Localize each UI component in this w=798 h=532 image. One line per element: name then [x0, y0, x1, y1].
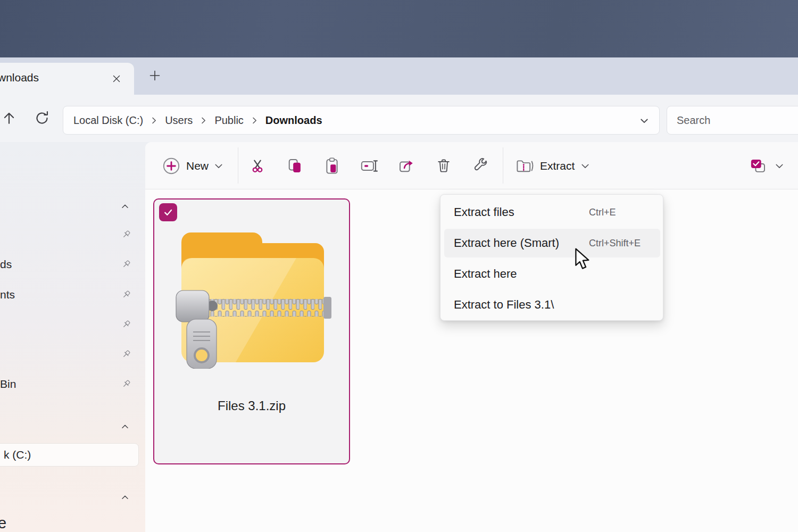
sidebar-item-local-disk[interactable]: k (C:) [0, 443, 139, 467]
menu-item-label: Extract files [454, 205, 514, 219]
rename-icon [360, 158, 378, 174]
chevron-up-icon [120, 494, 130, 501]
menu-item-extract-here-smart[interactable]: Extract here (Smart) Ctrl+Shift+E [444, 229, 660, 257]
menu-item-shortcut: Ctrl+Shift+E [589, 238, 641, 249]
sidebar-section-collapse-button[interactable] [119, 422, 131, 431]
share-icon [398, 158, 415, 174]
close-icon [112, 74, 121, 83]
tab-downloads[interactable]: wnloads [0, 63, 134, 95]
menu-item-label: Extract to Files 3.1\ [454, 298, 554, 312]
chevron-right-icon [201, 117, 206, 124]
breadcrumb-local-disk[interactable]: Local Disk (C:) [73, 114, 143, 127]
toolbar-separator [503, 147, 503, 184]
paste-button[interactable] [319, 153, 345, 179]
sidebar-item-label: k (C:) [4, 448, 31, 461]
toolbar: New [145, 142, 798, 189]
navigation-bar: Local Disk (C:) Users Public Downloads [0, 95, 798, 142]
tab-strip: wnloads [0, 57, 798, 95]
pin-icon[interactable] [121, 350, 131, 359]
chevron-down-icon [581, 162, 589, 170]
chevron-down-icon [214, 162, 223, 170]
plus-icon [149, 70, 161, 81]
new-tab-button[interactable] [148, 69, 162, 82]
tools-button[interactable] [468, 153, 494, 179]
new-button-label: New [186, 160, 209, 172]
pin-icon[interactable] [121, 230, 131, 239]
view-options-dropdown-button[interactable] [771, 157, 787, 175]
desktop-wallpaper [0, 0, 798, 57]
toolbar-separator [238, 147, 238, 184]
chevron-right-icon [151, 117, 157, 124]
extract-button[interactable]: Extract [514, 152, 602, 180]
breadcrumb-users[interactable]: Users [165, 114, 193, 127]
selection-checkbox[interactable] [159, 203, 177, 221]
navigate-up-button[interactable] [0, 110, 18, 127]
address-bar[interactable]: Local Disk (C:) Users Public Downloads [63, 106, 660, 135]
chevron-right-icon [252, 117, 257, 124]
menu-item-shortcut: Ctrl+E [589, 207, 616, 218]
checkbox-view-icon [750, 158, 767, 174]
chevron-up-icon [120, 423, 130, 430]
tab-title: wnloads [0, 71, 39, 84]
view-options-button[interactable] [745, 153, 771, 179]
file-tile-zip[interactable]: Files 3.1.zip [153, 198, 350, 464]
scissors-icon [249, 157, 266, 174]
tab-close-button[interactable] [109, 71, 124, 86]
clipboard-paste-icon [324, 157, 340, 175]
trash-icon [436, 157, 452, 174]
chevron-down-icon [640, 117, 649, 125]
sidebar-item-label[interactable]: e [0, 514, 6, 532]
search-box [667, 106, 798, 135]
plus-circle-icon [162, 157, 180, 175]
wrench-icon [473, 158, 489, 174]
pin-icon[interactable] [121, 260, 131, 269]
chevron-up-icon [120, 203, 130, 210]
breadcrumb-public[interactable]: Public [214, 114, 243, 127]
copy-button[interactable] [282, 153, 307, 179]
delete-button[interactable] [431, 153, 456, 179]
zip-folder-icon [173, 225, 332, 369]
chevron-down-icon [775, 162, 784, 170]
extract-dropdown-menu: Extract files Ctrl+E Extract here (Smart… [440, 194, 663, 321]
sidebar-item-label[interactable]: ds [0, 258, 12, 271]
sidebar-section-collapse-button[interactable] [119, 493, 131, 502]
folder-zip-icon [516, 158, 534, 174]
pin-icon[interactable] [121, 320, 131, 329]
extract-button-label: Extract [540, 160, 575, 172]
rename-button[interactable] [356, 153, 382, 179]
mouse-cursor [575, 248, 591, 270]
cut-button[interactable] [245, 153, 270, 179]
refresh-button[interactable] [32, 110, 52, 127]
breadcrumb-downloads[interactable]: Downloads [265, 114, 322, 127]
share-button[interactable] [394, 153, 419, 179]
pin-icon[interactable] [121, 379, 131, 389]
menu-item-label: Extract here (Smart) [454, 236, 559, 250]
sidebar-section-collapse-button[interactable] [119, 202, 131, 211]
pin-icon[interactable] [121, 290, 131, 300]
menu-item-extract-files[interactable]: Extract files Ctrl+E [444, 198, 660, 227]
address-dropdown-button[interactable] [637, 113, 652, 128]
menu-item-extract-here[interactable]: Extract here [444, 260, 660, 288]
search-input[interactable] [667, 106, 798, 134]
menu-item-label: Extract here [454, 267, 517, 281]
menu-item-extract-to-folder[interactable]: Extract to Files 3.1\ [444, 290, 660, 319]
new-button[interactable]: New [157, 152, 231, 180]
sidebar-item-label[interactable]: nts [0, 288, 15, 301]
refresh-icon [34, 110, 51, 127]
files-app-window: wnloads Local Disk (C: [0, 0, 798, 532]
sidebar-item-label[interactable]: Bin [0, 378, 16, 390]
file-name-label: Files 3.1.zip [154, 398, 349, 413]
copy-icon [287, 157, 303, 174]
check-icon [162, 206, 174, 218]
arrow-up-icon [1, 110, 17, 126]
